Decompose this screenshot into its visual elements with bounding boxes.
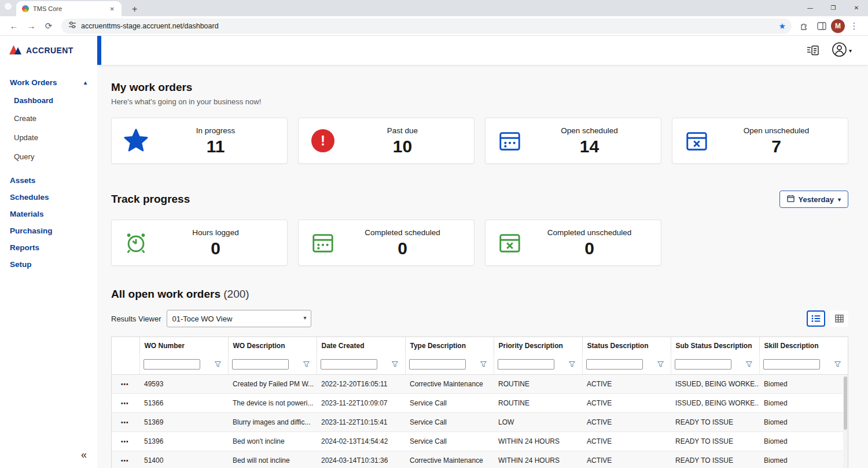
new-tab-button[interactable]: + (127, 4, 142, 14)
app-frame: ACCRUENT Work Orders ▴ Dashboard Create … (0, 36, 868, 468)
sidebar-item-reports[interactable]: Reports (10, 239, 90, 256)
sidebar-item-work-orders[interactable]: Work Orders ▴ (10, 74, 90, 90)
url-text[interactable]: accruenttms-stage.accruent.net/dashboard (81, 22, 774, 30)
period-dropdown-button[interactable]: Yesterday ▾ (779, 191, 848, 208)
view-toggles (807, 310, 848, 327)
results-viewer-select[interactable]: 01-Toce WO View (167, 310, 311, 327)
table-row[interactable]: ••• 51366 The device is not poweri... 20… (112, 393, 848, 412)
user-profile-icon (832, 42, 847, 60)
sidebar-item-purchasing[interactable]: Purchasing (10, 222, 90, 239)
card-label: In progress (152, 126, 279, 135)
filter-input-wo-number[interactable] (144, 359, 200, 370)
sidebar-item-assets[interactable]: Assets (10, 172, 90, 189)
cell-wo-number: 51400 (139, 451, 228, 468)
user-menu[interactable]: ▾ (832, 42, 852, 60)
filter-input-date-created[interactable] (321, 359, 377, 370)
column-header[interactable]: Date Created (317, 337, 405, 354)
sidebar-item-create[interactable]: Create (14, 109, 90, 128)
cell-status: ACTIVE (582, 374, 671, 393)
calendar-icon (307, 231, 339, 255)
filter-input-status[interactable] (586, 359, 643, 370)
row-actions-button[interactable]: ••• (116, 400, 129, 407)
filter-funnel-icon[interactable] (303, 359, 310, 370)
list-view-button[interactable] (807, 310, 825, 327)
filter-input-sub-status[interactable] (675, 359, 731, 370)
sidebar-collapse-button[interactable]: « (81, 449, 87, 461)
table-row[interactable]: ••• 51396 Bed won't incline 2024-02-13T1… (112, 432, 848, 451)
column-header[interactable]: Status Description (582, 337, 671, 354)
actions-column-header (112, 337, 139, 354)
tab-close-icon[interactable]: ✕ (108, 5, 117, 13)
column-header[interactable]: Type Description (405, 337, 494, 354)
browser-menu-icon[interactable]: ⋮ (846, 18, 862, 34)
browser-toolbar: ← → ⟳ accruenttms-stage.accruent.net/das… (0, 16, 868, 36)
filter-funnel-icon[interactable] (746, 359, 752, 370)
back-button[interactable]: ← (6, 18, 22, 34)
table-scrollbar[interactable] (843, 375, 848, 468)
card-completed-unscheduled[interactable]: Completed unscheduled 0 (485, 220, 661, 266)
browser-profile-avatar[interactable]: M (831, 19, 845, 33)
column-header[interactable]: Skill Description (759, 337, 848, 354)
sidebar-item-setup[interactable]: Setup (10, 256, 90, 273)
forward-button[interactable]: → (23, 18, 39, 34)
filter-funnel-icon[interactable] (392, 359, 398, 370)
filter-input-wo-description[interactable] (232, 359, 289, 370)
cell-sub-status: READY TO ISSUE (671, 432, 759, 451)
restore-button[interactable]: ❐ (822, 0, 845, 16)
row-actions-button[interactable]: ••• (116, 381, 129, 387)
sidebar-item-schedules[interactable]: Schedules (10, 189, 90, 206)
card-in-progress[interactable]: In progress 11 (111, 118, 288, 164)
row-actions-button[interactable]: ••• (116, 438, 129, 445)
calendar-icon (494, 129, 526, 153)
cell-sub-status: ISSUED, BEING WORKE... (671, 393, 759, 412)
cell-priority: ROUTINE (494, 393, 582, 412)
card-past-due[interactable]: ! Past due 10 (298, 118, 475, 164)
filter-input-type[interactable] (409, 359, 466, 370)
row-actions-button[interactable]: ••• (116, 419, 129, 426)
card-open-unscheduled[interactable]: Open unscheduled 7 (672, 118, 848, 164)
side-panel-icon[interactable] (814, 18, 830, 34)
cell-status: ACTIVE (582, 412, 671, 432)
reload-button[interactable]: ⟳ (41, 18, 57, 34)
close-window-button[interactable]: ✕ (845, 0, 868, 16)
sidebar-item-materials[interactable]: Materials (10, 206, 90, 222)
filter-input-priority[interactable] (498, 359, 554, 370)
column-header[interactable]: Sub Status Description (671, 337, 759, 354)
table-row[interactable]: ••• 49593 Created by Failed PM W... 2022… (112, 374, 848, 393)
filter-funnel-icon[interactable] (834, 359, 841, 370)
column-header[interactable]: Priority Description (494, 337, 582, 354)
row-actions-button[interactable]: ••• (116, 458, 129, 464)
alarm-clock-icon (120, 231, 152, 255)
grid-view-button[interactable] (830, 310, 848, 327)
table-header-row: WO Number WO Description Date Created Ty… (112, 337, 848, 354)
site-settings-icon[interactable] (68, 21, 76, 31)
filter-funnel-icon[interactable] (657, 359, 664, 370)
table-row[interactable]: ••• 51400 Bed will not incline 2024-03-1… (112, 451, 848, 468)
table-row[interactable]: ••• 51369 Blurry images and diffic... 20… (112, 412, 848, 432)
sidebar-item-dashboard[interactable]: Dashboard (14, 92, 90, 109)
bookmark-star-icon[interactable]: ★ (778, 21, 786, 31)
extensions-icon[interactable] (796, 18, 812, 34)
cell-wo-number: 51396 (139, 432, 228, 451)
work-queue-icon[interactable] (807, 45, 819, 56)
filter-funnel-icon[interactable] (569, 359, 575, 370)
filter-funnel-icon[interactable] (215, 359, 221, 370)
sidebar-item-query[interactable]: Query (14, 147, 90, 166)
sidebar-item-update[interactable]: Update (14, 128, 90, 147)
browser-tab[interactable]: TMS Core ✕ (16, 1, 122, 16)
column-header[interactable]: WO Description (228, 337, 317, 354)
exclamation-glyph: ! (321, 133, 325, 149)
filter-funnel-icon[interactable] (480, 359, 487, 370)
results-viewer-label: Results Viewer (111, 315, 161, 323)
card-open-scheduled[interactable]: Open scheduled 14 (485, 118, 661, 164)
card-completed-scheduled[interactable]: Completed scheduled 0 (298, 220, 475, 266)
scrollbar-thumb[interactable] (844, 376, 847, 430)
tab-title: TMS Core (33, 5, 104, 12)
minimize-button[interactable]: — (799, 0, 822, 16)
cell-type: Service Call (405, 432, 494, 451)
address-bar[interactable]: accruenttms-stage.accruent.net/dashboard… (61, 19, 792, 34)
filter-input-skill[interactable] (763, 359, 820, 370)
card-hours-logged[interactable]: Hours logged 0 (111, 220, 288, 266)
brand-logo[interactable]: ACCRUENT (0, 36, 97, 65)
column-header[interactable]: WO Number (139, 337, 228, 354)
